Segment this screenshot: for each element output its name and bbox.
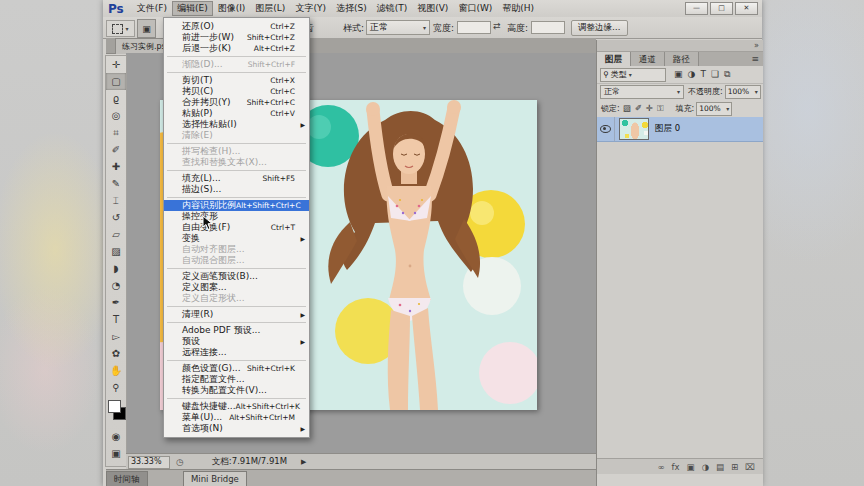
edit-menu-item[interactable]: 远程连接...: [164, 347, 309, 358]
edit-menu-item[interactable]: [167, 360, 306, 361]
edit-menu-item[interactable]: 首选项(N) ▶: [164, 423, 309, 434]
zoom-tool[interactable]: ⚲: [106, 379, 126, 396]
collapse-panels-icon[interactable]: »: [754, 41, 759, 50]
menu-filter[interactable]: 滤镜(T): [372, 1, 413, 16]
edit-menu-item[interactable]: 清除(E): [164, 130, 309, 141]
menu-type[interactable]: 文字(Y): [290, 1, 331, 16]
tab-timeline[interactable]: 时间轴: [106, 471, 148, 486]
filter-shape-layers-icon[interactable]: ❏: [711, 69, 719, 80]
edit-menu-item[interactable]: 定义自定形状...: [164, 293, 309, 304]
lock-pixels-icon[interactable]: ✐: [635, 103, 642, 114]
filter-type-dropdown[interactable]: ⚲ 类型 ▾: [600, 68, 666, 82]
menu-file[interactable]: 文件(F): [132, 1, 172, 16]
edit-menu-item[interactable]: [167, 56, 306, 57]
blur-tool[interactable]: ◗: [106, 260, 126, 277]
edit-menu-item[interactable]: [167, 398, 306, 399]
edit-menu-item[interactable]: 后退一步(K) Alt+Ctrl+Z: [164, 43, 309, 54]
new-selection-mode-button[interactable]: ▣: [137, 19, 156, 38]
lock-position-icon[interactable]: ✛: [646, 103, 653, 114]
edit-menu-item[interactable]: 渐隐(D)... Shift+Ctrl+F: [164, 59, 309, 70]
menu-help[interactable]: 帮助(H): [497, 1, 539, 16]
tab-mini-bridge[interactable]: Mini Bridge: [183, 471, 247, 486]
move-tool[interactable]: ✛: [106, 56, 126, 73]
menu-window[interactable]: 窗口(W): [453, 1, 497, 16]
menu-image[interactable]: 图像(I): [213, 1, 251, 16]
dodge-tool[interactable]: ◔: [106, 277, 126, 294]
menu-view[interactable]: 视图(V): [412, 1, 453, 16]
edit-menu-item[interactable]: [167, 306, 306, 307]
tab-paths[interactable]: 路径: [665, 52, 699, 66]
edit-menu-item[interactable]: 自动混合图层...: [164, 255, 309, 266]
menu-select[interactable]: 选择(S): [331, 1, 372, 16]
layer-group-icon[interactable]: ▤: [716, 462, 724, 472]
swap-dimensions-icon[interactable]: ⇄: [493, 21, 501, 31]
edit-menu-item[interactable]: [167, 170, 306, 171]
hand-tool[interactable]: ✋: [106, 362, 126, 379]
eraser-tool[interactable]: ▱: [106, 226, 126, 243]
menu-layer[interactable]: 图层(L): [250, 1, 290, 16]
adjustment-layer-icon[interactable]: ◑: [702, 462, 709, 472]
lock-all-icon[interactable]: ⚿: [657, 103, 663, 114]
filter-pixel-layers-icon[interactable]: ▣: [674, 69, 683, 80]
filter-smart-objects-icon[interactable]: ⧉: [724, 69, 730, 80]
style-dropdown[interactable]: 正常 ▾: [366, 20, 430, 35]
tab-layers[interactable]: 图层: [597, 52, 631, 66]
custom-shape-tool[interactable]: ✿: [106, 345, 126, 362]
clone-stamp-tool[interactable]: ⌶: [106, 192, 126, 209]
status-expand-icon[interactable]: ▶: [301, 458, 306, 466]
screen-mode-button[interactable]: ▣: [106, 445, 126, 462]
layer-visibility-toggle[interactable]: [597, 117, 615, 141]
width-input[interactable]: [457, 21, 491, 34]
menu-edit[interactable]: 编辑(E): [172, 1, 213, 16]
foreground-color-swatch[interactable]: [108, 400, 121, 413]
minimize-button[interactable]: —: [685, 2, 708, 15]
edit-menu-item[interactable]: [167, 268, 306, 269]
gradient-tool[interactable]: ▨: [106, 243, 126, 260]
quick-mask-button[interactable]: ◉: [106, 428, 126, 445]
pen-tool[interactable]: ✒: [106, 294, 126, 311]
opacity-dropdown[interactable]: 100% ▾: [725, 85, 761, 99]
chevron-down-icon: ▾: [423, 24, 426, 31]
edit-menu-item[interactable]: 清理(R) ▶: [164, 309, 309, 320]
edit-menu-item[interactable]: 描边(S)...: [164, 184, 309, 195]
blend-mode-dropdown[interactable]: 正常 ▾: [600, 85, 684, 99]
close-button[interactable]: ✕: [735, 2, 758, 15]
brush-tool[interactable]: ✎: [106, 175, 126, 192]
refine-edge-button[interactable]: 调整边缘…: [571, 20, 628, 36]
path-selection-tool[interactable]: ▻: [106, 328, 126, 345]
layer-row[interactable]: 图层 0: [597, 117, 763, 142]
crop-tool[interactable]: ⌗: [106, 124, 126, 141]
edit-menu-item[interactable]: 查找和替换文本(X)...: [164, 157, 309, 168]
chevron-down-icon: ▾: [125, 25, 128, 32]
quick-selection-tool[interactable]: ◎: [106, 107, 126, 124]
edit-menu-item[interactable]: [167, 72, 306, 73]
type-tool[interactable]: T: [106, 311, 126, 328]
eyedropper-tool[interactable]: ✐: [106, 141, 126, 158]
panel-menu-icon[interactable]: ≡: [751, 52, 763, 66]
edit-menu-item[interactable]: 转换为配置文件(V)...: [164, 385, 309, 396]
fill-dropdown[interactable]: 100% ▾: [696, 102, 732, 116]
edit-menu-item[interactable]: [167, 197, 306, 198]
height-input[interactable]: [531, 21, 565, 34]
zoom-level-input[interactable]: 33.33%: [128, 456, 170, 469]
panel-collapse-bar[interactable]: »: [597, 40, 763, 52]
filter-type-layers-icon[interactable]: T: [700, 69, 706, 80]
maximize-button[interactable]: □: [710, 2, 733, 15]
tool-preset-picker[interactable]: ▾: [106, 20, 135, 37]
history-brush-tool[interactable]: ↺: [106, 209, 126, 226]
new-layer-icon[interactable]: ⊞: [731, 462, 738, 472]
status-bar: 33.33% ◷ 文档:7.91M/7.91M ▶: [126, 453, 596, 470]
layer-effects-icon[interactable]: fx: [672, 462, 680, 472]
healing-brush-tool[interactable]: ✚: [106, 158, 126, 175]
layer-mask-icon[interactable]: ▣: [687, 462, 695, 472]
edit-menu-item[interactable]: [167, 143, 306, 144]
layer-thumbnail[interactable]: [619, 118, 649, 140]
lasso-tool[interactable]: ϱ: [106, 90, 126, 107]
link-layers-icon[interactable]: ∞: [657, 462, 664, 472]
rectangular-marquee-tool[interactable]: ▢: [106, 73, 126, 90]
lock-transparency-icon[interactable]: ▨: [623, 103, 631, 114]
filter-adjustment-layers-icon[interactable]: ◑: [688, 69, 696, 80]
edit-menu-item[interactable]: [167, 322, 306, 323]
tab-channels[interactable]: 通道: [631, 52, 665, 66]
delete-layer-icon[interactable]: ⌧: [745, 462, 755, 472]
